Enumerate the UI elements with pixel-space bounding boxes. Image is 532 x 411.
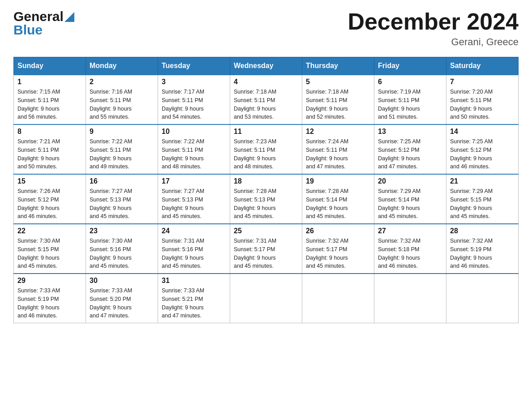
calendar-cell: 29Sunrise: 7:33 AMSunset: 5:19 PMDayligh… — [14, 274, 86, 323]
col-thursday: Thursday — [302, 57, 374, 75]
calendar-cell: 31Sunrise: 7:33 AMSunset: 5:21 PMDayligh… — [158, 274, 230, 323]
col-saturday: Saturday — [446, 57, 519, 75]
day-number: 10 — [162, 128, 226, 136]
calendar-cell — [230, 274, 302, 323]
day-info: Sunrise: 7:27 AMSunset: 5:13 PMDaylight:… — [162, 187, 226, 221]
calendar-cell: 30Sunrise: 7:33 AMSunset: 5:20 PMDayligh… — [86, 274, 158, 323]
day-number: 16 — [90, 177, 154, 185]
day-number: 5 — [306, 78, 370, 86]
calendar-cell: 12Sunrise: 7:24 AMSunset: 5:11 PMDayligh… — [302, 124, 374, 174]
day-number: 31 — [162, 277, 226, 285]
main-title: December 2024 — [348, 9, 519, 34]
day-info: Sunrise: 7:29 AMSunset: 5:14 PMDaylight:… — [378, 187, 442, 221]
day-info: Sunrise: 7:33 AMSunset: 5:21 PMDaylight:… — [162, 287, 226, 320]
day-info: Sunrise: 7:21 AMSunset: 5:11 PMDaylight:… — [17, 137, 82, 171]
day-number: 23 — [90, 227, 154, 235]
day-info: Sunrise: 7:26 AMSunset: 5:12 PMDaylight:… — [17, 187, 82, 221]
col-sunday: Sunday — [14, 57, 86, 75]
day-number: 12 — [306, 128, 370, 136]
calendar-cell: 19Sunrise: 7:28 AMSunset: 5:14 PMDayligh… — [302, 174, 374, 224]
day-info: Sunrise: 7:25 AMSunset: 5:12 PMDaylight:… — [378, 137, 442, 171]
day-info: Sunrise: 7:30 AMSunset: 5:16 PMDaylight:… — [90, 237, 154, 270]
calendar-cell: 25Sunrise: 7:31 AMSunset: 5:17 PMDayligh… — [230, 224, 302, 274]
day-number: 20 — [378, 177, 442, 185]
day-info: Sunrise: 7:25 AMSunset: 5:12 PMDaylight:… — [450, 137, 515, 171]
calendar-cell: 5Sunrise: 7:18 AMSunset: 5:11 PMDaylight… — [302, 75, 374, 124]
calendar-cell: 13Sunrise: 7:25 AMSunset: 5:12 PMDayligh… — [374, 124, 446, 174]
day-number: 28 — [450, 227, 515, 235]
day-number: 26 — [306, 227, 370, 235]
day-info: Sunrise: 7:20 AMSunset: 5:11 PMDaylight:… — [450, 88, 515, 121]
day-info: Sunrise: 7:28 AMSunset: 5:13 PMDaylight:… — [234, 187, 298, 221]
day-info: Sunrise: 7:32 AMSunset: 5:17 PMDaylight:… — [306, 237, 370, 270]
day-info: Sunrise: 7:29 AMSunset: 5:15 PMDaylight:… — [450, 187, 515, 221]
logo: General Blue — [13, 9, 74, 38]
col-tuesday: Tuesday — [158, 57, 230, 75]
day-info: Sunrise: 7:24 AMSunset: 5:11 PMDaylight:… — [306, 137, 370, 171]
calendar-table: Sunday Monday Tuesday Wednesday Thursday… — [13, 57, 519, 323]
calendar-cell: 6Sunrise: 7:19 AMSunset: 5:11 PMDaylight… — [374, 75, 446, 124]
day-number: 24 — [162, 227, 226, 235]
day-number: 25 — [234, 227, 298, 235]
calendar-cell: 27Sunrise: 7:32 AMSunset: 5:18 PMDayligh… — [374, 224, 446, 274]
day-info: Sunrise: 7:22 AMSunset: 5:11 PMDaylight:… — [90, 137, 154, 171]
calendar-cell: 4Sunrise: 7:18 AMSunset: 5:11 PMDaylight… — [230, 75, 302, 124]
calendar-cell: 21Sunrise: 7:29 AMSunset: 5:15 PMDayligh… — [446, 174, 519, 224]
day-info: Sunrise: 7:31 AMSunset: 5:16 PMDaylight:… — [162, 237, 226, 270]
day-number: 6 — [378, 78, 442, 86]
day-number: 11 — [234, 128, 298, 136]
calendar-cell: 9Sunrise: 7:22 AMSunset: 5:11 PMDaylight… — [86, 124, 158, 174]
day-number: 15 — [17, 177, 82, 185]
calendar-cell: 1Sunrise: 7:15 AMSunset: 5:11 PMDaylight… — [14, 75, 86, 124]
title-area: December 2024 Gerani, Greece — [348, 9, 519, 48]
day-number: 27 — [378, 227, 442, 235]
day-info: Sunrise: 7:18 AMSunset: 5:11 PMDaylight:… — [234, 88, 298, 121]
calendar-cell: 7Sunrise: 7:20 AMSunset: 5:11 PMDaylight… — [446, 75, 519, 124]
calendar-cell: 23Sunrise: 7:30 AMSunset: 5:16 PMDayligh… — [86, 224, 158, 274]
calendar-cell: 10Sunrise: 7:22 AMSunset: 5:11 PMDayligh… — [158, 124, 230, 174]
day-info: Sunrise: 7:32 AMSunset: 5:19 PMDaylight:… — [450, 237, 515, 270]
day-info: Sunrise: 7:31 AMSunset: 5:17 PMDaylight:… — [234, 237, 298, 270]
calendar-week-1: 1Sunrise: 7:15 AMSunset: 5:11 PMDaylight… — [14, 75, 519, 124]
day-number: 22 — [17, 227, 82, 235]
col-wednesday: Wednesday — [230, 57, 302, 75]
logo-general-text: General — [13, 9, 64, 24]
day-number: 4 — [234, 78, 298, 86]
calendar-body: 1Sunrise: 7:15 AMSunset: 5:11 PMDaylight… — [14, 75, 519, 323]
calendar-cell: 22Sunrise: 7:30 AMSunset: 5:15 PMDayligh… — [14, 224, 86, 274]
day-info: Sunrise: 7:18 AMSunset: 5:11 PMDaylight:… — [306, 88, 370, 121]
day-info: Sunrise: 7:16 AMSunset: 5:11 PMDaylight:… — [90, 88, 154, 121]
calendar-cell — [374, 274, 446, 323]
day-number: 2 — [90, 78, 154, 86]
calendar-cell: 20Sunrise: 7:29 AMSunset: 5:14 PMDayligh… — [374, 174, 446, 224]
day-info: Sunrise: 7:33 AMSunset: 5:20 PMDaylight:… — [90, 287, 154, 320]
day-number: 14 — [450, 128, 515, 136]
calendar-cell: 2Sunrise: 7:16 AMSunset: 5:11 PMDaylight… — [86, 75, 158, 124]
header-row: Sunday Monday Tuesday Wednesday Thursday… — [14, 57, 519, 75]
calendar-cell: 8Sunrise: 7:21 AMSunset: 5:11 PMDaylight… — [14, 124, 86, 174]
col-friday: Friday — [374, 57, 446, 75]
calendar-cell: 26Sunrise: 7:32 AMSunset: 5:17 PMDayligh… — [302, 224, 374, 274]
logo-blue-text: Blue — [13, 22, 43, 38]
svg-marker-0 — [64, 12, 74, 22]
day-number: 18 — [234, 177, 298, 185]
day-info: Sunrise: 7:28 AMSunset: 5:14 PMDaylight:… — [306, 187, 370, 221]
day-info: Sunrise: 7:32 AMSunset: 5:18 PMDaylight:… — [378, 237, 442, 270]
calendar-cell: 17Sunrise: 7:27 AMSunset: 5:13 PMDayligh… — [158, 174, 230, 224]
day-number: 3 — [162, 78, 226, 86]
calendar-cell: 14Sunrise: 7:25 AMSunset: 5:12 PMDayligh… — [446, 124, 519, 174]
day-info: Sunrise: 7:33 AMSunset: 5:19 PMDaylight:… — [17, 287, 82, 320]
page-header: General Blue December 2024 Gerani, Greec… — [13, 9, 519, 48]
calendar-cell — [302, 274, 374, 323]
subtitle: Gerani, Greece — [348, 36, 519, 48]
day-info: Sunrise: 7:30 AMSunset: 5:15 PMDaylight:… — [17, 237, 82, 270]
calendar-cell: 3Sunrise: 7:17 AMSunset: 5:11 PMDaylight… — [158, 75, 230, 124]
day-number: 21 — [450, 177, 515, 185]
day-number: 29 — [17, 277, 82, 285]
day-number: 9 — [90, 128, 154, 136]
calendar-cell: 11Sunrise: 7:23 AMSunset: 5:11 PMDayligh… — [230, 124, 302, 174]
calendar-cell: 16Sunrise: 7:27 AMSunset: 5:13 PMDayligh… — [86, 174, 158, 224]
calendar-cell — [446, 274, 519, 323]
calendar-week-3: 15Sunrise: 7:26 AMSunset: 5:12 PMDayligh… — [14, 174, 519, 224]
day-info: Sunrise: 7:23 AMSunset: 5:11 PMDaylight:… — [234, 137, 298, 171]
